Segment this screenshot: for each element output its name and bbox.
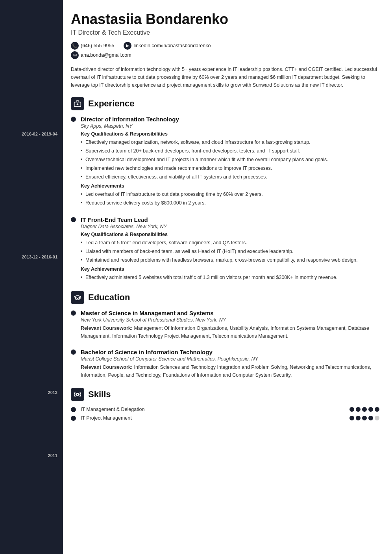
phone-number: (646) 555-9955	[81, 43, 114, 48]
edu-content-2: Bachelor of Science in Information Techn…	[81, 349, 379, 379]
ach-2-1: Effectively administered 5 websites with…	[81, 273, 379, 281]
edu-coursework-1: Relevant Coursework: Management Of Infor…	[81, 324, 379, 340]
svg-point-3	[77, 394, 79, 396]
candidate-title: IT Director & Tech Executive	[71, 29, 379, 36]
education-entry-1: Master of Science in Management and Syst…	[71, 310, 379, 340]
qual-2-1: Led a team of 5 front-end developers, so…	[81, 239, 379, 247]
qual-1-4: Implemented new technologies and made re…	[81, 164, 379, 172]
skill-dot-2	[71, 416, 76, 421]
qual-2-3: Maintained and resolved problems with he…	[81, 256, 379, 264]
sidebar: 2016-02 - 2019-04 2013-12 - 2016-01 2013…	[0, 0, 63, 554]
skill-dot-2-1	[349, 416, 354, 420]
qualifications-heading-1: Key Qualifications & Responsibilities	[81, 131, 379, 137]
resume-wrapper: 2016-02 - 2019-04 2013-12 - 2016-01 2013…	[0, 0, 392, 554]
job-title-1: Director of Information Technology	[81, 116, 379, 123]
contact-row-2: ✉ ana.bonda@gmail.com	[71, 51, 379, 59]
skill-dot-1-4	[368, 407, 373, 412]
email-icon: ✉	[71, 51, 79, 59]
bullet-dot-1	[71, 117, 76, 122]
entry-bullet-1	[71, 116, 76, 208]
phone-icon: 📞	[71, 42, 79, 50]
edu-dot-1	[71, 310, 76, 316]
skill-dot-2-3	[362, 416, 367, 420]
skills-header: Skills	[71, 388, 379, 401]
contact-row-1: 📞 (646) 555-9955 in linkedin.com/in/anas…	[71, 42, 379, 50]
coursework-label-2: Relevant Coursework:	[81, 364, 133, 370]
entry-content-2: IT Front-End Team Lead Dagner Data Assoc…	[81, 216, 379, 282]
skill-name-1: IT Management & Delegation	[81, 407, 349, 412]
skills-title: Skills	[88, 389, 111, 400]
entry-content-1: Director of Information Technology Sky A…	[81, 116, 379, 208]
education-title: Education	[88, 292, 130, 303]
skill-name-2: IT Project Management	[81, 415, 349, 421]
edu-content-1: Master of Science in Management and Syst…	[81, 310, 379, 340]
edu-coursework-2: Relevant Coursework: Information Science…	[81, 363, 379, 379]
skill-dot-1-2	[356, 407, 361, 412]
coursework-label-1: Relevant Coursework:	[81, 325, 133, 331]
edu-degree-2: Bachelor of Science in Information Techn…	[81, 349, 379, 355]
edu-bullet-2	[71, 349, 76, 379]
experience-entry-1: Director of Information Technology Sky A…	[71, 116, 379, 208]
edu-bullet-1	[71, 310, 76, 340]
date-exp-1: 2016-02 - 2019-04	[22, 132, 57, 136]
skill-dot-2-4	[368, 416, 373, 420]
education-entry-2: Bachelor of Science in Information Techn…	[71, 349, 379, 379]
skill-dot-1-5	[375, 407, 379, 412]
experience-header: Experience	[71, 97, 379, 110]
skill-rating-1	[349, 407, 379, 412]
linkedin-contact: in linkedin.com/in/anastasbondarenko	[124, 42, 211, 50]
job-company-1: Sky Apps, Maspeth, NY	[81, 123, 379, 129]
experience-entry-2: IT Front-End Team Lead Dagner Data Assoc…	[71, 216, 379, 282]
skill-bullet-2	[71, 415, 76, 421]
experience-icon	[71, 97, 84, 110]
skill-dot-2-2	[356, 416, 361, 420]
qual-1-5: Ensured efficiency, effectiveness, and v…	[81, 173, 379, 181]
education-section: Education Master of Science in Managemen…	[71, 291, 379, 379]
summary-text: Data-driven director of information tech…	[71, 65, 379, 89]
skill-dot-1-1	[349, 407, 354, 412]
linkedin-icon: in	[124, 42, 131, 50]
skills-section: Skills IT Management & Delegation	[71, 388, 379, 421]
qualifications-list-2: Led a team of 5 front-end developers, so…	[81, 239, 379, 264]
skill-rating-2	[349, 416, 379, 420]
skill-bullet-1	[71, 407, 76, 412]
edu-school-1: New York University School of Profession…	[81, 317, 379, 323]
email-contact: ✉ ana.bonda@gmail.com	[71, 51, 131, 59]
job-company-2: Dagner Data Associates, New York, NY	[81, 224, 379, 229]
bullet-dot-2	[71, 217, 76, 222]
resume-header: Anastasiia Bondarenko IT Director & Tech…	[71, 11, 379, 59]
date-exp-2: 2013-12 - 2016-01	[22, 255, 57, 259]
entry-bullet-2	[71, 216, 76, 282]
qual-1-3: Oversaw technical development and IT pro…	[81, 156, 379, 164]
achievements-list-1: Led overhaul of IT infrastructure to cut…	[81, 190, 379, 207]
qual-1-2: Supervised a team of 20+ back-end develo…	[81, 147, 379, 155]
skill-dot-2-5	[375, 416, 379, 420]
skill-entry-2: IT Project Management	[71, 415, 379, 421]
experience-section: Experience Director of Information Techn…	[71, 97, 379, 282]
main-content: Anastasiia Bondarenko IT Director & Tech…	[63, 0, 392, 554]
skill-dot-1	[71, 407, 76, 412]
ach-1-1: Led overhaul of IT infrastructure to cut…	[81, 190, 379, 198]
skills-icon	[71, 388, 84, 401]
achievements-heading-2: Key Achievements	[81, 266, 379, 272]
date-edu-1: 2013	[48, 390, 57, 395]
job-title-2: IT Front-End Team Lead	[81, 216, 379, 223]
phone-contact: 📞 (646) 555-9955	[71, 42, 114, 50]
date-edu-2: 2011	[48, 453, 57, 458]
experience-title: Experience	[88, 99, 134, 109]
ach-1-2: Reduced service delivery costs by $800,0…	[81, 199, 379, 207]
skill-dot-1-3	[362, 407, 367, 412]
edu-degree-1: Master of Science in Management and Syst…	[81, 310, 379, 316]
achievements-heading-1: Key Achievements	[81, 183, 379, 189]
education-icon	[71, 291, 84, 304]
qualifications-list-1: Effectively managed organization, networ…	[81, 138, 379, 181]
qual-2-2: Liaised with members of back-end team, a…	[81, 247, 379, 255]
linkedin-url: linkedin.com/in/anastasbondarenko	[133, 43, 211, 48]
achievements-list-2: Effectively administered 5 websites with…	[81, 273, 379, 281]
email-address: ana.bonda@gmail.com	[81, 52, 131, 58]
qual-1-1: Effectively managed organization, networ…	[81, 138, 379, 146]
skill-entry-1: IT Management & Delegation	[71, 407, 379, 412]
education-header: Education	[71, 291, 379, 304]
qualifications-heading-2: Key Qualifications & Responsibilities	[81, 232, 379, 237]
candidate-name: Anastasiia Bondarenko	[71, 11, 379, 28]
